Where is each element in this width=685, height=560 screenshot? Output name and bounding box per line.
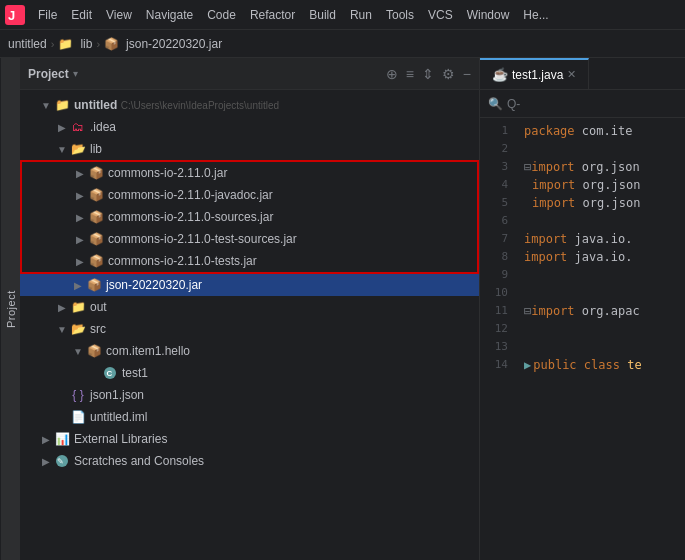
tree-item-commons-jar1[interactable]: 📦 commons-io-2.11.0.jar [22, 162, 477, 184]
tree-item-out[interactable]: 📁 out [20, 296, 479, 318]
arrow-commons-jar4 [74, 233, 86, 245]
editor-panel: ☕ test1.java ✕ 🔍 Q- 1 2 3 4 5 6 7 8 9 10 [480, 58, 685, 560]
tree-item-untitled[interactable]: 📁 untitled C:\Users\kevin\IdeaProjects\u… [20, 94, 479, 116]
minimize-icon[interactable]: − [463, 66, 471, 82]
panel-dropdown[interactable]: Project ▾ [28, 67, 78, 81]
label-commons-jar2: commons-io-2.11.0-javadoc.jar [108, 188, 273, 202]
line-numbers: 1 2 3 4 5 6 7 8 9 10 11 12 13 14 [480, 118, 516, 560]
tree-item-scratches[interactable]: ✎ Scratches and Consoles [20, 450, 479, 472]
search-label: Q- [507, 97, 520, 111]
menu-file[interactable]: File [32, 6, 63, 24]
svg-text:✎: ✎ [57, 457, 64, 466]
menu-refactor[interactable]: Refactor [244, 6, 301, 24]
tree-item-commons-jar2[interactable]: 📦 commons-io-2.11.0-javadoc.jar [22, 184, 477, 206]
menu-window[interactable]: Window [461, 6, 516, 24]
label-commons-jar4: commons-io-2.11.0-test-sources.jar [108, 232, 297, 246]
arrow-commons-jar2 [74, 189, 86, 201]
arrow-idea [56, 121, 68, 133]
label-scratches: Scratches and Consoles [74, 454, 204, 468]
tab-label-test1: test1.java [512, 68, 563, 82]
tree-item-ext-libs[interactable]: 📊 External Libraries [20, 428, 479, 450]
breadcrumb-jar[interactable]: 📦 json-20220320.jar [104, 37, 222, 51]
line-num-14: 14 [480, 356, 508, 374]
menu-items: File Edit View Navigate Code Refactor Bu… [32, 6, 555, 24]
tree-item-iml[interactable]: 📄 untitled.iml [20, 406, 479, 428]
tree-item-json1[interactable]: { } json1.json [20, 384, 479, 406]
label-test1: test1 [122, 366, 148, 380]
editor-search-bar: 🔍 Q- [480, 90, 685, 118]
line-num-10: 10 [480, 284, 508, 302]
project-tree: 📁 untitled C:\Users\kevin\IdeaProjects\u… [20, 90, 479, 560]
arrow-commons-jar3 [74, 211, 86, 223]
tab-close-button[interactable]: ✕ [567, 68, 576, 81]
code-line-2 [524, 140, 677, 158]
code-line-9 [524, 266, 677, 284]
tab-test1-java[interactable]: ☕ test1.java ✕ [480, 58, 589, 89]
menu-code[interactable]: Code [201, 6, 242, 24]
main-layout: Project Project ▾ ⊕ ≡ ⇕ ⚙ − 📁 untitled C [0, 58, 685, 560]
line-num-12: 12 [480, 320, 508, 338]
menu-run[interactable]: Run [344, 6, 378, 24]
tree-item-commons-jar3[interactable]: 📦 commons-io-2.11.0-sources.jar [22, 206, 477, 228]
json-icon: { } [70, 387, 86, 403]
label-json-jar: json-20220320.jar [106, 278, 202, 292]
tree-item-json-jar[interactable]: 📦 json-20220320.jar [20, 274, 479, 296]
breadcrumb-sep-2: › [96, 38, 100, 50]
panel-header: Project ▾ ⊕ ≡ ⇕ ⚙ − [20, 58, 479, 90]
arrow-commons-jar5 [74, 255, 86, 267]
tree-item-src[interactable]: 📂 src [20, 318, 479, 340]
breadcrumb-label-lib: lib [80, 37, 92, 51]
app-logo: J [4, 4, 26, 26]
tree-item-package[interactable]: 📦 com.item1.hello [20, 340, 479, 362]
collapse-all-icon[interactable]: ≡ [406, 66, 414, 82]
breadcrumb-lib[interactable]: 📁 lib [58, 37, 92, 51]
panel-header-icons: ⊕ ≡ ⇕ ⚙ − [386, 66, 471, 82]
menu-help[interactable]: He... [517, 6, 554, 24]
arrow-commons-jar1 [74, 167, 86, 179]
label-commons-jar3: commons-io-2.11.0-sources.jar [108, 210, 273, 224]
label-idea: .idea [90, 120, 116, 134]
panel-title: Project [28, 67, 69, 81]
code-content[interactable]: package com.ite ⊟import org.json import … [516, 118, 685, 560]
label-json1: json1.json [90, 388, 144, 402]
code-area[interactable]: 1 2 3 4 5 6 7 8 9 10 11 12 13 14 package… [480, 118, 685, 560]
code-line-4: import org.json [524, 176, 677, 194]
line-num-4: 4 [480, 176, 508, 194]
expand-icon[interactable]: ⇕ [422, 66, 434, 82]
folder-icon-untitled: 📁 [54, 97, 70, 113]
menu-edit[interactable]: Edit [65, 6, 98, 24]
menu-navigate[interactable]: Navigate [140, 6, 199, 24]
jar-icon-json: 📦 [86, 277, 102, 293]
line-num-6: 6 [480, 212, 508, 230]
tree-item-test1[interactable]: C test1 [20, 362, 479, 384]
svg-text:C: C [107, 369, 113, 378]
source-icon: 📂 [70, 321, 86, 337]
scratch-icon: ✎ [54, 453, 70, 469]
menu-view[interactable]: View [100, 6, 138, 24]
breadcrumb-untitled[interactable]: untitled [8, 37, 47, 51]
folder-icon: 📁 [58, 37, 73, 51]
arrow-ext-libs [40, 433, 52, 445]
tree-item-commons-jar5[interactable]: 📦 commons-io-2.11.0-tests.jar [22, 250, 477, 272]
tree-item-commons-jar4[interactable]: 📦 commons-io-2.11.0-test-sources.jar [22, 228, 477, 250]
menu-vcs[interactable]: VCS [422, 6, 459, 24]
jar-icon-commons3: 📦 [88, 209, 104, 225]
scope-icon[interactable]: ⊕ [386, 66, 398, 82]
tree-item-idea[interactable]: 🗂 .idea [20, 116, 479, 138]
arrow-package [72, 345, 84, 357]
line-num-13: 13 [480, 338, 508, 356]
sidebar-project-tab[interactable]: Project [0, 58, 20, 560]
code-line-8: import java.io. [524, 248, 677, 266]
settings-gear-icon[interactable]: ⚙ [442, 66, 455, 82]
breadcrumb-label-untitled: untitled [8, 37, 47, 51]
menu-build[interactable]: Build [303, 6, 342, 24]
menu-tools[interactable]: Tools [380, 6, 420, 24]
idea-icon: 🗂 [70, 119, 86, 135]
line-num-3: 3 [480, 158, 508, 176]
tree-item-lib[interactable]: 📂 lib [20, 138, 479, 160]
line-num-1: 1 [480, 122, 508, 140]
iml-icon: 📄 [70, 409, 86, 425]
line-num-2: 2 [480, 140, 508, 158]
code-line-5: import org.json [524, 194, 677, 212]
label-untitled: untitled C:\Users\kevin\IdeaProjects\unt… [74, 98, 279, 112]
